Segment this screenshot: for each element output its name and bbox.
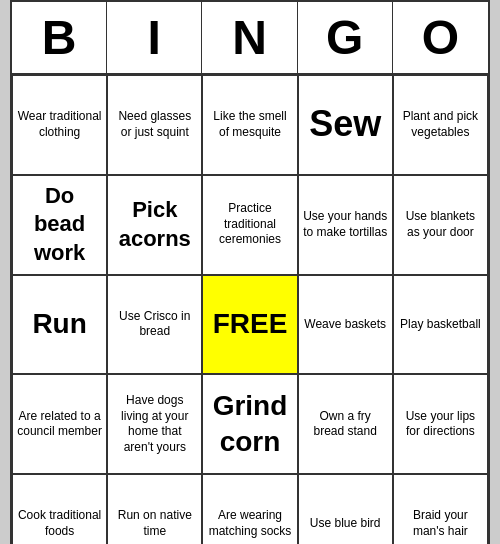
bingo-cell-6[interactable]: Pick acorns <box>107 175 202 275</box>
bingo-cell-19[interactable]: Use your lips for directions <box>393 374 488 474</box>
bingo-cell-0[interactable]: Wear traditional clothing <box>12 75 107 175</box>
bingo-letter-i: I <box>107 2 202 73</box>
bingo-cell-1[interactable]: Need glasses or just squint <box>107 75 202 175</box>
bingo-cell-2[interactable]: Like the smell of mesquite <box>202 75 297 175</box>
bingo-cell-7[interactable]: Practice traditional ceremonies <box>202 175 297 275</box>
bingo-cell-8[interactable]: Use your hands to make tortillas <box>298 175 393 275</box>
bingo-cell-12[interactable]: FREE <box>202 275 297 375</box>
bingo-cell-23[interactable]: Use blue bird <box>298 474 393 544</box>
bingo-cell-17[interactable]: Grind corn <box>202 374 297 474</box>
bingo-header: BINGO <box>12 2 488 75</box>
bingo-cell-3[interactable]: Sew <box>298 75 393 175</box>
bingo-cell-20[interactable]: Cook traditional foods <box>12 474 107 544</box>
bingo-cell-15[interactable]: Are related to a council member <box>12 374 107 474</box>
bingo-cell-10[interactable]: Run <box>12 275 107 375</box>
bingo-cell-18[interactable]: Own a fry bread stand <box>298 374 393 474</box>
bingo-cell-14[interactable]: Play basketball <box>393 275 488 375</box>
bingo-cell-21[interactable]: Run on native time <box>107 474 202 544</box>
bingo-cell-16[interactable]: Have dogs living at your home that aren'… <box>107 374 202 474</box>
bingo-cell-9[interactable]: Use blankets as your door <box>393 175 488 275</box>
bingo-letter-b: B <box>12 2 107 73</box>
bingo-cell-22[interactable]: Are wearing matching socks <box>202 474 297 544</box>
bingo-grid: Wear traditional clothingNeed glasses or… <box>12 75 488 544</box>
bingo-cell-13[interactable]: Weave baskets <box>298 275 393 375</box>
bingo-letter-g: G <box>298 2 393 73</box>
bingo-cell-24[interactable]: Braid your man's hair <box>393 474 488 544</box>
bingo-cell-11[interactable]: Use Crisco in bread <box>107 275 202 375</box>
bingo-cell-4[interactable]: Plant and pick vegetables <box>393 75 488 175</box>
bingo-letter-o: O <box>393 2 488 73</box>
bingo-card: BINGO Wear traditional clothingNeed glas… <box>10 0 490 544</box>
bingo-letter-n: N <box>202 2 297 73</box>
bingo-cell-5[interactable]: Do bead work <box>12 175 107 275</box>
